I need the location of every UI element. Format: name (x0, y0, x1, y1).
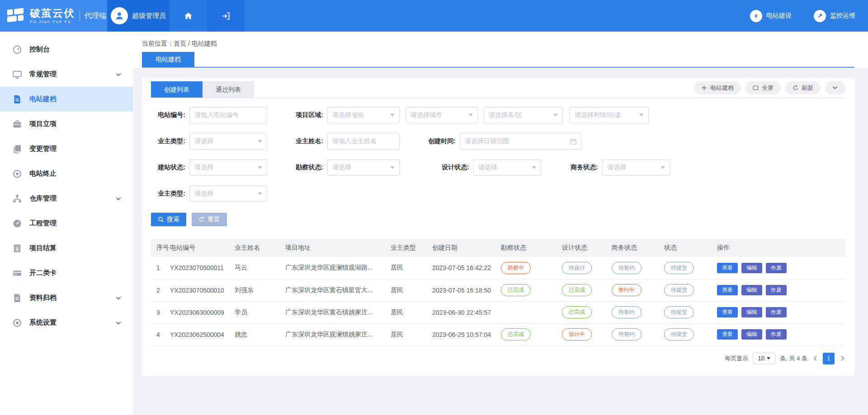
table-cell: YX2023063000009 (170, 301, 235, 323)
top-header: 破茧云伏 Po Jian Yun Fu 代理端 超级管理员 电站建设监控运维 (0, 0, 868, 32)
prev-page-button[interactable] (812, 355, 818, 362)
logout-icon (221, 11, 231, 21)
search-button[interactable]: 搜索 (151, 213, 186, 226)
toolbar-button-label: 全屏 (762, 84, 774, 92)
status-badge: 待设计 (562, 262, 592, 274)
table-cell-status: 已完成 (501, 323, 562, 345)
settings-icon (12, 318, 22, 328)
void-row-button[interactable]: 作废 (766, 263, 787, 273)
table-cell: 居民 (391, 257, 432, 279)
table-cell: 4 (151, 323, 170, 345)
brand-name-en: Po Jian Yun Fu (30, 19, 75, 24)
breadcrumb: 当前位置：首页 / 电站建档 (133, 40, 868, 52)
edit-row-button[interactable]: 编辑 (741, 329, 762, 340)
page-size-select[interactable]: 10 (753, 353, 775, 364)
table-cell-status: 签约中 (612, 279, 664, 301)
current-page-button[interactable]: 1 (823, 353, 835, 364)
refresh-icon (793, 85, 798, 91)
filter-label-create-time: 创建时间: (421, 137, 456, 145)
sidebar-item-station-archive[interactable]: 电站建档 (0, 87, 133, 112)
void-row-button[interactable]: 作废 (766, 285, 787, 295)
filter-owner-name-input[interactable]: 请输入业主姓名 (327, 133, 400, 149)
view-row-button[interactable]: 查看 (717, 263, 738, 273)
filter-region-town-select[interactable]: 请选择村镇/街道 (570, 107, 649, 123)
tab-pass-list[interactable]: 通过列表 (203, 81, 254, 98)
user-icon (114, 10, 125, 21)
status-badge: 已完成 (501, 328, 531, 340)
sidebar-item-project-settle[interactable]: 项目结算 (0, 236, 133, 261)
table-cell-status (501, 301, 562, 323)
home-button[interactable] (170, 0, 207, 32)
sidebar-item-data-archive[interactable]: 资料归档 (0, 285, 133, 310)
filter-owner-type-select[interactable]: 请选择 (189, 133, 267, 149)
card-icon (12, 268, 22, 278)
table-cell: 广东深圳龙华区观澜镇观湖路... (285, 257, 391, 279)
logout-button[interactable] (207, 0, 245, 32)
table-cell-actions: 查看编辑作废 (717, 323, 845, 345)
table-cell-status: 已完成 (501, 279, 562, 301)
column-header: 操作 (717, 239, 845, 257)
filter-region-county-select[interactable]: 请选择县/区 (484, 107, 563, 123)
gauge-icon (12, 219, 22, 228)
header-nav-station-build[interactable]: 电站建设 (750, 10, 792, 22)
page-size-value: 10 (758, 355, 764, 362)
view-row-button[interactable]: 查看 (717, 307, 738, 317)
sidebar-item-project-init[interactable]: 项目立项 (0, 112, 133, 136)
toolbar-create-station-button[interactable]: 电站建档 (694, 81, 741, 94)
column-header: 电站编号 (170, 239, 235, 257)
void-row-button[interactable]: 作废 (766, 329, 787, 340)
view-row-button[interactable]: 查看 (717, 329, 738, 340)
filter-build-status-select[interactable]: 请选择 (189, 159, 267, 176)
filter-owner-type-2-select[interactable]: 请选择 (189, 186, 267, 202)
select-caret-icon (258, 140, 262, 143)
column-header: 设计状态 (562, 239, 612, 257)
sidebar-item-general-mgmt[interactable]: 常规管理 (0, 62, 133, 87)
status-badge: 待签约 (612, 306, 642, 318)
sitemap-icon (12, 194, 22, 204)
filter-design-status-select[interactable]: 请选择 (473, 159, 541, 176)
sidebar-item-system-settings[interactable]: 系统设置 (0, 310, 133, 335)
status-badge: 已完成 (562, 284, 592, 296)
column-header: 勘察状态 (501, 239, 562, 257)
sidebar-item-change-mgmt[interactable]: 变更管理 (0, 136, 133, 161)
view-row-button[interactable]: 查看 (717, 285, 738, 295)
user-menu[interactable]: 超级管理员 (107, 0, 170, 32)
filter-survey-status-select[interactable]: 请选择 (327, 159, 400, 176)
logo-section: 破茧云伏 Po Jian Yun Fu 代理端 (0, 0, 107, 32)
sidebar-item-label: 变更管理 (29, 145, 121, 153)
station-table: 序号电站编号业主姓名项目地址业主类型创建日期勘察状态设计状态商务状态状态操作 1… (151, 239, 845, 346)
table-cell-status: 设计中 (562, 323, 612, 345)
filter-station-code-input[interactable]: 请输入电站编号 (189, 107, 267, 123)
edit-row-button[interactable]: 编辑 (741, 307, 762, 317)
brand-name: 破茧云伏 (30, 8, 75, 19)
sidebar-item-station-terminate[interactable]: 电站终止 (0, 161, 133, 186)
void-row-button[interactable]: 作废 (766, 307, 787, 317)
toolbar-collapse-button[interactable] (825, 81, 845, 94)
edit-row-button[interactable]: 编辑 (741, 285, 762, 295)
reset-button[interactable]: 重置 (192, 213, 227, 226)
toolbar-refresh-button[interactable]: 刷新 (785, 81, 821, 94)
table-cell: 2023-07-05 16:18:50 (432, 279, 501, 301)
column-header: 创建日期 (432, 239, 501, 257)
table-cell: 2023-06-30 22:45:57 (432, 301, 501, 323)
next-page-button[interactable] (839, 355, 845, 362)
filter-create-time-date-input[interactable]: 请选择日期范围 (460, 133, 582, 149)
header-nav-monitor-ops[interactable]: 监控运维 (814, 10, 855, 22)
sidebar-item-console[interactable]: 控制台 (0, 37, 133, 62)
table-row: 3YX2023063000009学员广东深圳龙华区黄石镇姚家庄...居民2023… (151, 301, 845, 323)
sidebar-item-label: 开二类卡 (29, 269, 121, 277)
edit-row-button[interactable]: 编辑 (741, 263, 762, 273)
tab-create-list[interactable]: 创建列表 (151, 81, 203, 98)
sidebar-item-warehouse-mgmt[interactable]: 仓库管理 (0, 186, 133, 211)
page-tab-station-archive[interactable]: 电站建档 (142, 52, 194, 67)
select-caret-icon (390, 114, 395, 117)
filter-label-owner-type: 业主类型: (151, 137, 185, 145)
toolbar-fullscreen-button[interactable]: 全屏 (745, 81, 781, 94)
sidebar-item-engineering-mgmt[interactable]: 工程管理 (0, 211, 133, 236)
filter-region-city-select[interactable]: 请选择城市 (406, 107, 478, 123)
sidebar-item-open-type2-card[interactable]: 开二类卡 (0, 261, 133, 285)
filter-business-status-select[interactable]: 请选择 (602, 159, 670, 176)
filter-region-province-select[interactable]: 请选择省份 (327, 107, 400, 123)
sidebar-item-label: 工程管理 (29, 219, 121, 228)
column-header: 状态 (664, 239, 717, 257)
